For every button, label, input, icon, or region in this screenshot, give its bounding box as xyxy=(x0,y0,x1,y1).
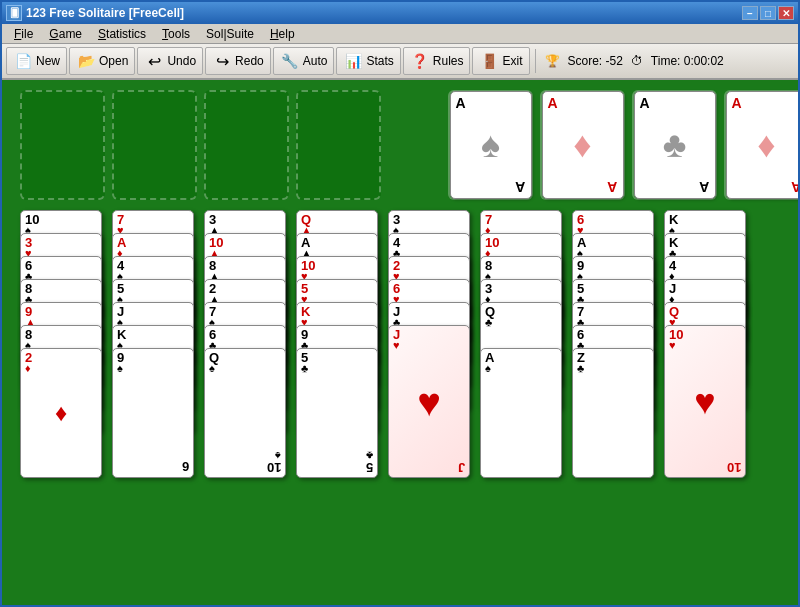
foundation-card-4: A ♦ A xyxy=(726,91,799,199)
open-label: Open xyxy=(99,54,128,68)
rules-icon: ❓ xyxy=(410,51,430,71)
open-button[interactable]: 📂 Open xyxy=(69,47,135,75)
new-icon: 📄 xyxy=(13,51,33,71)
undo-icon: ↩ xyxy=(144,51,164,71)
new-button[interactable]: 📄 New xyxy=(6,47,67,75)
menu-bar: File Game Statistics Tools Sol|Suite Hel… xyxy=(2,24,798,44)
undo-label: Undo xyxy=(167,54,196,68)
menu-game[interactable]: Game xyxy=(41,25,90,43)
toolbar: 📄 New 📂 Open ↩ Undo ↪ Redo 🔧 Auto 📊 Stat… xyxy=(2,44,798,80)
card-col7-7[interactable]: Z ♣ xyxy=(572,348,654,478)
auto-icon: 🔧 xyxy=(280,51,300,71)
time-display: Time: 0:00:02 xyxy=(651,54,724,68)
menu-solsuite[interactable]: Sol|Suite xyxy=(198,25,262,43)
window-title: 123 Free Solitaire [FreeCell] xyxy=(26,6,742,20)
foundation-card-1: A ♠ A xyxy=(450,91,532,199)
card-col8-6[interactable]: 10 ♥ ♥ 10 xyxy=(664,325,746,478)
card-col4-7[interactable]: 5 ♣ ♣ 5 xyxy=(296,348,378,478)
exit-label: Exit xyxy=(502,54,522,68)
window-controls: − □ ✕ xyxy=(742,6,794,20)
foundation-card-2: A ♦ A xyxy=(542,91,624,199)
score-display: Score: -52 xyxy=(568,54,623,68)
score-icon: 🏆 xyxy=(545,54,560,68)
redo-label: Redo xyxy=(235,54,264,68)
foundation-card-3: A ♣ A xyxy=(634,91,716,199)
card-col3-7[interactable]: Q ♠ ♠ 10 xyxy=(204,348,286,478)
exit-button[interactable]: 🚪 Exit xyxy=(472,47,529,75)
freecell-slot-2[interactable] xyxy=(112,90,197,200)
card-col1-7[interactable]: 2 ♦ ♦ xyxy=(20,348,102,478)
redo-button[interactable]: ↪ Redo xyxy=(205,47,271,75)
redo-icon: ↪ xyxy=(212,51,232,71)
open-icon: 📂 xyxy=(76,51,96,71)
rules-label: Rules xyxy=(433,54,464,68)
freecell-slot-1[interactable] xyxy=(20,90,105,200)
foundation-slot-3[interactable]: A ♣ A xyxy=(632,90,717,200)
freecell-slot-3[interactable] xyxy=(204,90,289,200)
stats-label: Stats xyxy=(366,54,393,68)
minimize-button[interactable]: − xyxy=(742,6,758,20)
foundation-slot-2[interactable]: A ♦ A xyxy=(540,90,625,200)
card-col6-6[interactable]: A ♠ xyxy=(480,348,562,478)
maximize-button[interactable]: □ xyxy=(760,6,776,20)
freecell-slot-4[interactable] xyxy=(296,90,381,200)
menu-tools[interactable]: Tools xyxy=(154,25,198,43)
close-button[interactable]: ✕ xyxy=(778,6,794,20)
time-icon: ⏱ xyxy=(631,54,643,68)
score-area: 🏆 Score: -52 ⏱ Time: 0:00:02 xyxy=(545,54,724,68)
menu-help[interactable]: Help xyxy=(262,25,303,43)
foundation-slot-1[interactable]: A ♠ A xyxy=(448,90,533,200)
toolbar-separator xyxy=(535,49,536,73)
auto-label: Auto xyxy=(303,54,328,68)
card-col5-face[interactable]: J ♥ ♥ J xyxy=(388,325,470,478)
menu-statistics[interactable]: Statistics xyxy=(90,25,154,43)
foundation-slot-4[interactable]: A ♦ A xyxy=(724,90,798,200)
card-col2-7[interactable]: 9 ♠ 6 xyxy=(112,348,194,478)
auto-button[interactable]: 🔧 Auto xyxy=(273,47,335,75)
exit-icon: 🚪 xyxy=(479,51,499,71)
title-bar: 🂠 123 Free Solitaire [FreeCell] − □ ✕ xyxy=(2,2,798,24)
new-label: New xyxy=(36,54,60,68)
window: 🂠 123 Free Solitaire [FreeCell] − □ ✕ Fi… xyxy=(0,0,800,607)
rules-button[interactable]: ❓ Rules xyxy=(403,47,471,75)
undo-button[interactable]: ↩ Undo xyxy=(137,47,203,75)
stats-icon: 📊 xyxy=(343,51,363,71)
menu-file[interactable]: File xyxy=(6,25,41,43)
game-area: A ♠ A A ♦ A A ♣ A A xyxy=(2,80,798,605)
app-icon: 🂠 xyxy=(6,5,22,21)
stats-button[interactable]: 📊 Stats xyxy=(336,47,400,75)
